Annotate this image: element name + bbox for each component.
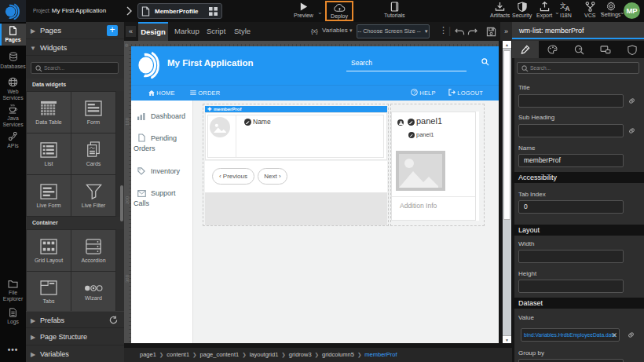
svg-text:?: ? [413, 90, 416, 95]
svg-text:A: A [565, 5, 570, 12]
